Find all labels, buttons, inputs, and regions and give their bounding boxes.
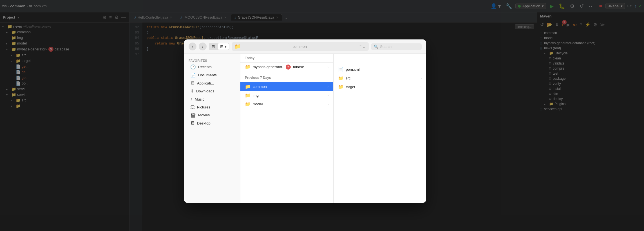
- chevron-right-icon: ›: [328, 102, 329, 106]
- col-header-today: Today: [240, 54, 333, 63]
- sidebar-item-label: Documents: [198, 73, 217, 77]
- file-picker-overlay: ‹ › ⊟ ⊞ ▾ 📁 common ⌃⌄ 🔍 Search Favorites: [0, 0, 644, 231]
- mybatis-badge: 2: [286, 65, 291, 70]
- desktop-icon: 🖥: [190, 121, 195, 126]
- picker-sidebar-documents[interactable]: 📄 Documents: [186, 71, 238, 79]
- favorites-section: Favorites 🕐 Recents 📄 Documents 🖥 Applic…: [184, 57, 240, 129]
- document-icon: 📄: [190, 72, 196, 78]
- picker-item-common[interactable]: 📁 common ›: [240, 82, 333, 91]
- movies-icon: 🎬: [190, 112, 196, 118]
- picker-sidebar-recents[interactable]: 🕐 Recents: [186, 63, 238, 71]
- sidebar-item-label: Applicati...: [197, 81, 214, 85]
- folder-icon: 📁: [245, 64, 251, 70]
- picker-sidebar-movies[interactable]: 🎬 Movies: [186, 111, 238, 119]
- folder-icon: 📁: [245, 84, 251, 89]
- chevron-right-icon: ›: [328, 65, 329, 69]
- picker-folder-icon: 📁: [234, 43, 241, 50]
- picker-sidebar-downloads[interactable]: ⬇ Downloads: [186, 87, 238, 95]
- picker-item-label: src: [346, 76, 351, 80]
- pictures-icon: 🖼: [190, 105, 195, 110]
- sidebar-item-label: Music: [195, 97, 204, 101]
- downloads-icon: ⬇: [190, 88, 194, 94]
- sidebar-item-label: Movies: [198, 113, 210, 117]
- favorites-header: Favorites: [184, 58, 240, 63]
- picker-item-label: mybatis-generator-: [253, 65, 283, 69]
- picker-item-label: pom.xml: [346, 67, 360, 72]
- sidebar-item-label: Downloads: [196, 89, 214, 93]
- picker-sidebar: Favorites 🕐 Recents 📄 Documents 🖥 Applic…: [184, 54, 240, 203]
- sidebar-item-label: Desktop: [197, 121, 211, 125]
- file-icon: 📄: [338, 67, 344, 72]
- picker-item-src[interactable]: 📁 src ›: [334, 74, 426, 83]
- picker-location-arrow: ⌃⌄: [359, 44, 366, 49]
- file-picker-dialog: ‹ › ⊟ ⊞ ▾ 📁 common ⌃⌄ 🔍 Search Favorites: [184, 39, 426, 203]
- picker-view-buttons: ⊟ ⊞ ▾: [209, 43, 229, 50]
- chevron-right-icon: ›: [328, 85, 329, 89]
- picker-item-img[interactable]: 📁 img ›: [240, 91, 333, 100]
- picker-location-label: common: [293, 45, 307, 49]
- picker-item-label: model: [253, 102, 263, 106]
- folder-icon: 📁: [245, 93, 251, 98]
- picker-toolbar: ‹ › ⊟ ⊞ ▾ 📁 common ⌃⌄ 🔍 Search: [184, 39, 426, 54]
- applications-icon: 🖥: [190, 81, 195, 86]
- picker-grid-view[interactable]: ⊞ ▾: [218, 43, 229, 50]
- sidebar-item-label: Recents: [198, 65, 212, 69]
- picker-sidebar-music[interactable]: ♪ Music: [186, 95, 238, 103]
- picker-item-target[interactable]: 📁 target ›: [334, 83, 426, 91]
- picker-main: Today 📁 mybatis-generator- 2 tabase › Pr…: [240, 54, 426, 203]
- picker-item-label-cont: tabase: [293, 65, 304, 69]
- picker-body: Favorites 🕐 Recents 📄 Documents 🖥 Applic…: [184, 54, 426, 203]
- picker-item-pom[interactable]: 📄 pom.xml: [334, 65, 426, 74]
- picker-item-mybatis[interactable]: 📁 mybatis-generator- 2 tabase ›: [240, 63, 333, 71]
- clock-icon: 🕐: [190, 64, 196, 70]
- picker-sidebar-pictures[interactable]: 🖼 Pictures: [186, 103, 238, 111]
- picker-columns-view[interactable]: ⊟: [209, 43, 217, 50]
- chevron-right-icon: ›: [328, 94, 329, 97]
- picker-sidebar-desktop[interactable]: 🖥 Desktop: [186, 119, 238, 127]
- search-icon: 🔍: [374, 45, 378, 49]
- picker-sidebar-applications[interactable]: 🖥 Applicati...: [186, 79, 238, 87]
- col-header-previous: Previous 7 Days: [240, 74, 333, 82]
- picker-search-bar[interactable]: 🔍 Search: [371, 43, 422, 50]
- chevron-right-icon: ›: [421, 85, 422, 89]
- picker-item-label: common: [253, 85, 267, 89]
- picker-search-placeholder: Search: [380, 45, 392, 49]
- picker-columns: Today 📁 mybatis-generator- 2 tabase › Pr…: [240, 54, 426, 203]
- sidebar-item-label: Pictures: [197, 105, 210, 109]
- picker-col-right: 📄 pom.xml 📁 src › 📁 target ›: [334, 54, 426, 203]
- picker-item-label: target: [346, 85, 355, 89]
- chevron-right-icon: ›: [421, 76, 422, 80]
- picker-back-button[interactable]: ‹: [189, 43, 196, 50]
- folder-icon: 📁: [245, 101, 251, 107]
- folder-icon: 📁: [338, 75, 344, 81]
- picker-location-bar[interactable]: 📁 common ⌃⌄: [232, 42, 369, 51]
- picker-forward-button[interactable]: ›: [199, 43, 207, 50]
- picker-item-model[interactable]: 📁 model ›: [240, 100, 333, 108]
- picker-item-label: img: [253, 93, 259, 97]
- music-icon: ♪: [190, 97, 193, 102]
- folder-icon: 📁: [338, 84, 344, 90]
- picker-col-left: Today 📁 mybatis-generator- 2 tabase › Pr…: [240, 54, 334, 203]
